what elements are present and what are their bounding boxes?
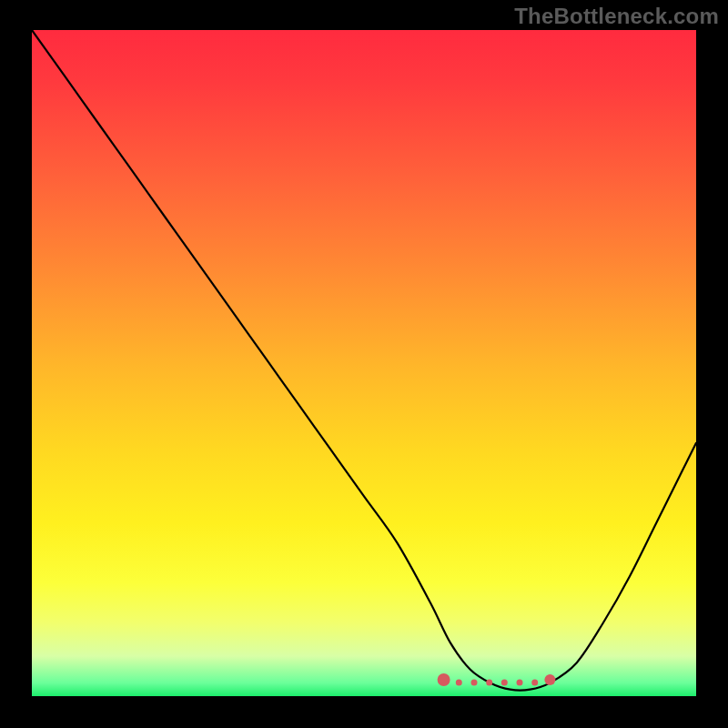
svg-point-0	[438, 673, 450, 686]
optimal-range-markers	[438, 673, 556, 686]
svg-point-1	[544, 674, 555, 685]
svg-point-5	[501, 680, 508, 686]
svg-point-7	[531, 680, 538, 686]
svg-point-3	[471, 680, 478, 686]
watermark-label: TheBottleneck.com	[514, 4, 719, 29]
svg-point-6	[517, 680, 523, 686]
chart-frame: TheBottleneck.com	[0, 0, 728, 728]
svg-point-4	[486, 680, 492, 686]
bottleneck-curve	[32, 30, 696, 691]
curve-overlay	[32, 30, 696, 696]
svg-point-2	[456, 680, 462, 686]
